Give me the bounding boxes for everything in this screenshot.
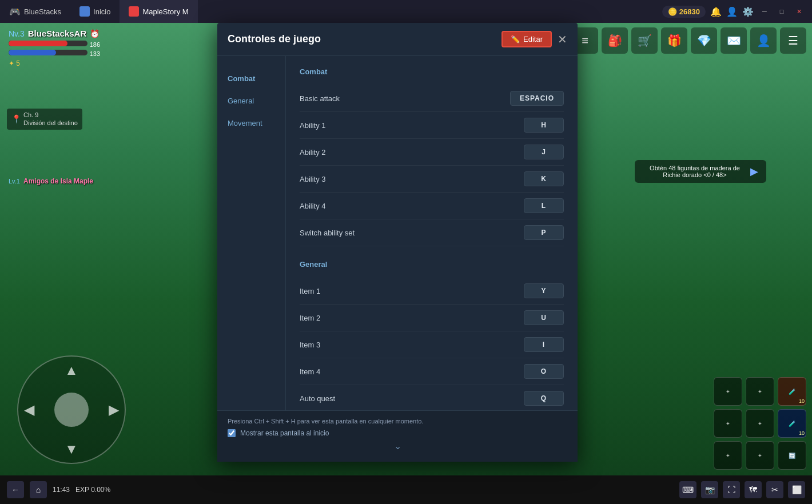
key-badge-item4[interactable]: O — [524, 364, 564, 379]
binding-row-item4: Item 4 O — [300, 358, 564, 385]
joystick-down-arrow: ▼ — [65, 441, 78, 457]
nav-combat[interactable]: Combat — [217, 67, 285, 90]
combat-btn-potion2[interactable]: 🧪 10 — [778, 409, 806, 438]
key-badge-ability1[interactable]: H — [524, 118, 564, 133]
pencil-icon: ✏️ — [511, 35, 520, 43]
dialog-header: Controles de juego ✏️ Editar ✕ — [217, 23, 578, 56]
key-badge-ability2[interactable]: J — [524, 145, 564, 159]
close-window-button[interactable]: ✕ — [793, 5, 805, 18]
icon-shop[interactable]: 🛒 — [631, 27, 658, 54]
binding-row-basic-attack: Basic attack ESPACIO — [300, 85, 564, 112]
nav-general[interactable]: General — [217, 90, 285, 112]
binding-label-ability2: Ability 2 — [300, 148, 326, 157]
combat-btn-refresh[interactable]: 🔄 — [778, 441, 806, 470]
icon-more[interactable]: ☰ — [780, 27, 806, 54]
combat-btn-potion1[interactable]: 🧪 10 — [778, 377, 806, 406]
settings-icon[interactable]: ⚙️ — [742, 6, 754, 17]
key-badge-ability3[interactable]: K — [524, 171, 564, 186]
joystick-up-arrow: ▲ — [65, 362, 78, 378]
icon-gem[interactable]: 💎 — [691, 27, 717, 54]
key-badge-switch-ability[interactable]: P — [524, 225, 564, 240]
key-badge-item2[interactable]: U — [524, 310, 564, 325]
key-badge-item1[interactable]: Y — [524, 283, 564, 298]
joystick-thumb[interactable] — [54, 393, 89, 427]
title-bar-right: 🪙 26830 🔔 👤 ⚙️ ─ □ ✕ — [662, 5, 812, 18]
binding-label-switch-ability: Switch ability set — [300, 229, 355, 237]
title-bar: 🎮 BlueStacks Inicio MapleStory M 🪙 26830… — [0, 0, 812, 23]
bottom-bar: ← ⌂ 11:43 EXP 0.00% ⌨ 📷 ⛶ 🗺 ✂ ⬜ — [0, 475, 812, 504]
key-badge-basic-attack[interactable]: ESPACIO — [510, 91, 564, 106]
binding-label-item4: Item 4 — [300, 367, 320, 376]
binding-row-item3: Item 3 I — [300, 331, 564, 358]
player-name: BlueStacksAR — [28, 29, 87, 38]
close-dialog-button[interactable]: ✕ — [558, 34, 567, 45]
dialog-footer: Presiona Ctrl + Shift + H para ver esta … — [217, 410, 578, 462]
home-button[interactable]: ⌂ — [30, 481, 47, 498]
combat-btn-1[interactable]: + — [714, 377, 742, 406]
alarm-icon[interactable]: ⏰ — [90, 29, 99, 38]
combat-btn-2[interactable]: + — [746, 377, 774, 406]
fullscreen-icon[interactable]: ⛶ — [723, 481, 740, 498]
icon-gift[interactable]: 🎁 — [661, 27, 687, 54]
combat-btn-plus4[interactable]: + — [714, 441, 742, 470]
binding-row-switch-ability: Switch ability set P — [300, 219, 564, 246]
footer-hint-text: Presiona Ctrl + Shift + H para ver esta … — [228, 418, 567, 425]
hp-fill — [9, 41, 67, 46]
joystick-outer[interactable]: ▲ ▼ ◀ ▶ — [17, 355, 126, 464]
dialog-title: Controles de juego — [228, 33, 321, 45]
location-text: Ch. 9 División del destino — [23, 111, 78, 127]
companion-name: Amigos de Isla Maple — [23, 177, 93, 185]
mp-value: 133 — [90, 50, 100, 57]
companion-area: Lv.1 Amigos de Isla Maple — [9, 177, 93, 185]
combat-btn-plus2[interactable]: + — [714, 409, 742, 438]
coin-icon: 🪙 — [668, 7, 677, 16]
coin-amount: 26830 — [679, 7, 700, 16]
joystick-area[interactable]: ▲ ▼ ◀ ▶ — [17, 355, 132, 470]
combat-buttons: + + 🧪 10 + + 🧪 10 + + 🔄 — [714, 377, 806, 470]
hp-bar-container: 186 133 — [9, 41, 100, 57]
location-pin-icon: 📍 — [11, 114, 21, 123]
joystick-left-arrow: ◀ — [24, 402, 34, 418]
icon-bag[interactable]: 🎒 — [602, 27, 628, 54]
bluestacks-tab[interactable]: 🎮 BlueStacks — [0, 0, 70, 23]
quest-arrow-icon[interactable]: ▶ — [750, 165, 758, 178]
key-badge-item3[interactable]: I — [524, 337, 564, 352]
map-bottom-icon[interactable]: 🗺 — [745, 481, 762, 498]
maplestory-tab[interactable]: MapleStory M — [120, 0, 197, 23]
back-button[interactable]: ← — [7, 481, 24, 498]
maximize-button[interactable]: □ — [775, 5, 788, 18]
joystick-right-arrow: ▶ — [109, 402, 119, 418]
combat-btn-plus5[interactable]: + — [746, 441, 774, 470]
user-icon[interactable]: 👤 — [726, 6, 738, 17]
player-level: Nv.3 — [9, 29, 25, 38]
binding-label-item3: Item 3 — [300, 341, 320, 349]
combat-btn-plus3[interactable]: + — [746, 409, 774, 438]
inicio-label: Inicio — [93, 7, 110, 16]
keyboard-icon[interactable]: ⌨ — [679, 481, 696, 498]
binding-label-ability1: Ability 1 — [300, 121, 326, 130]
edit-button[interactable]: ✏️ Editar — [501, 31, 552, 47]
maximize-bottom[interactable]: ⬜ — [788, 481, 805, 498]
show-startup-checkbox[interactable] — [228, 429, 236, 437]
key-badge-auto-quest[interactable]: Q — [524, 391, 564, 406]
notification-icon[interactable]: 🔔 — [710, 6, 722, 17]
footer-checkbox-row: Mostrar esta pantalla al inicio — [228, 429, 567, 437]
tools-icon[interactable]: ✂ — [766, 481, 783, 498]
hp-value: 186 — [90, 41, 100, 48]
coin-badge: 🪙 26830 — [662, 6, 706, 18]
minimize-button[interactable]: ─ — [758, 5, 771, 18]
scroll-down-arrow[interactable]: ⌄ — [228, 437, 567, 455]
binding-row-item2: Item 2 U — [300, 305, 564, 331]
area-name: División del destino — [23, 119, 78, 127]
controls-dialog: Controles de juego ✏️ Editar ✕ Combat Ge… — [217, 23, 578, 462]
show-startup-label[interactable]: Mostrar esta pantalla al inicio — [240, 429, 329, 437]
combat-section-label: Combat — [300, 67, 564, 76]
time-display: 11:43 — [53, 486, 70, 494]
location-display: 📍 Ch. 9 División del destino — [7, 109, 82, 130]
inicio-tab[interactable]: Inicio — [70, 0, 120, 23]
icon-character[interactable]: 👤 — [750, 27, 777, 54]
key-badge-ability4[interactable]: L — [524, 198, 564, 213]
icon-mail[interactable]: ✉️ — [721, 27, 747, 54]
camera-icon[interactable]: 📷 — [701, 481, 718, 498]
nav-movement[interactable]: Movement — [217, 112, 285, 134]
